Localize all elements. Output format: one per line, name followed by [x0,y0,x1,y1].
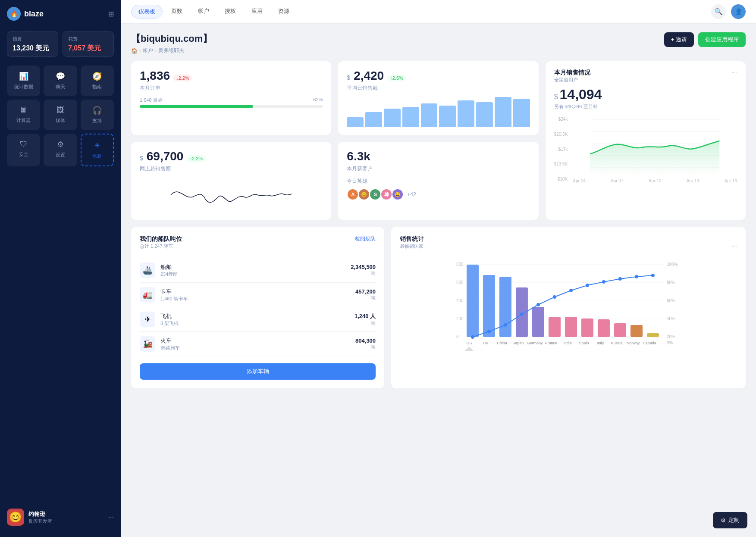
nav-label-chat: 聊天 [56,84,65,90]
sidebar-settings-icon[interactable]: ⊞ [108,10,114,18]
tab-accounts[interactable]: 帐户 [191,5,216,19]
svg-point-36 [520,312,524,316]
fleet-card: 我们的船队吨位 总计 1,247 辆车 检阅舰队 🚢 船舶 234艘船 2,34… [131,227,384,388]
add-vehicle-button[interactable]: 添加车辆 [140,363,376,380]
sales-stat-more-btn[interactable]: ··· [731,235,737,256]
sales-chart-svg: 800 600 400 200 0 100% 80% [400,258,737,353]
svg-rect-28 [581,318,593,337]
bar-1 [347,117,364,127]
svg-text:400: 400 [456,298,464,303]
nav-item-guide[interactable]: 🧭 指南 [81,66,114,96]
fleet-item-ship: 🚢 船舶 234艘船 2,345,500 吨 [140,258,376,283]
fleet-subtitle: 总计 1,247 辆车 [140,243,182,250]
svg-text:UK: UK [483,341,489,345]
nav-item-stats[interactable]: 📊 统计数据 [7,66,40,96]
nav-label-calculator: 计算器 [16,117,31,124]
svg-text:600: 600 [456,280,464,285]
svg-text:Norway: Norway [627,341,640,345]
x-label-4: Apr 13 [687,178,699,183]
train-icon: 🚂 [140,336,155,352]
tab-apps[interactable]: 应用 [245,5,270,19]
fleet-title: 我们的船队吨位 [140,235,182,243]
tab-pages[interactable]: 页数 [164,5,189,19]
budget-value: 13,230 美元 [13,44,53,52]
nav-item-media[interactable]: 🖼 媒体 [44,100,77,130]
tab-dashboard[interactable]: 仪表板 [131,5,163,19]
fleet-name-plane: 飞机 [160,312,349,320]
svg-rect-23 [499,277,511,337]
main: 仪表板 页数 帐户 授权 应用 资源 🔍 👤 【biqubiqu.com】 🏠 … [121,0,756,537]
svg-text:60%: 60% [667,298,675,303]
total-sales-svg [140,178,323,212]
x-label-2: Apr 07 [611,178,623,183]
fleet-unit-ship: 吨 [351,270,376,277]
monthly-x-labels: Apr 04 Apr 07 Apr 10 Apr 13 Apr 16 [573,178,737,183]
tab-resources[interactable]: 资源 [271,5,296,19]
search-button[interactable]: 🔍 [711,4,726,19]
fleet-unit-plane: 吨 [354,320,376,327]
fleet-value-truck: 457,200 吨 [355,288,376,301]
orders-progress-label: 1,048 目标 [140,97,163,103]
total-sales-card: $ 69,700 ↑2.2% 网上总销售额 [131,142,331,220]
security-icon: 🛡 [20,140,28,149]
bar-4 [402,107,419,127]
logo-text: blaze [24,9,44,19]
nav-label-support: 支持 [92,118,102,124]
nav-label-stats: 统计数据 [14,84,33,90]
page-title: 【biqubiqu.com】 [131,32,212,45]
nav-item-security[interactable]: 🛡 安全 [7,134,40,166]
nav-label-guide: 指南 [92,84,102,90]
nav-item-settings[interactable]: ⚙ 设置 [44,134,77,166]
nav-item-chat[interactable]: 💬 聊天 [44,66,77,96]
svg-text:Spain: Spain [579,341,589,345]
y-label-4: $13.5K [554,162,568,166]
nav-label-media: 媒体 [56,117,65,124]
fleet-link[interactable]: 检阅舰队 [355,235,376,243]
fleet-item-train: 🚂 火车 36路列车 804,300 吨 [140,332,376,356]
user-more-icon[interactable]: ⋯ [108,514,114,521]
heroes-count: +42 [407,191,416,197]
svg-rect-32 [647,333,659,337]
svg-point-35 [504,323,507,327]
monthly-value: 14,094 [560,87,602,103]
svg-text:Japan: Japan [513,341,524,345]
budget-card: 预算 13,230 美元 [7,31,58,57]
customize-button[interactable]: ⚙ 定制 [713,512,747,528]
invite-button[interactable]: + 邀请 [664,32,694,47]
svg-rect-27 [565,317,577,337]
plane-icon: ✈ [140,312,155,327]
fleet-name-train: 火车 [160,337,350,345]
fleet-info-ship: 船舶 234艘船 [160,263,345,278]
nav-item-addnew[interactable]: + 添新 [81,134,114,166]
expense-label: 花费 [68,36,108,42]
nav-label-settings: 设置 [56,152,65,158]
orders-card: 1,836 ↓2.2% 本月订单 1,048 目标 62% [131,61,331,135]
monthly-subtitle: 全渠道用户 [554,77,590,83]
fleet-count-plane: 8 架飞机 [160,320,349,327]
svg-point-37 [536,303,540,306]
x-label-1: Apr 04 [573,178,585,183]
chat-icon: 💬 [56,72,65,81]
nav-item-support[interactable]: 🎧 支持 [81,100,114,130]
monthly-y-labels: $24k $20.5K $17k $13.5K $10K [554,115,568,183]
nav-label-addnew: 添新 [92,153,102,159]
monthly-more-btn[interactable]: ··· [731,69,737,77]
sales-stat-header: 销售统计 最畅销国家 ··· [400,235,737,256]
sidebar-header: 🔥 blaze ⊞ [7,7,114,21]
sidebar-user: 😊 约翰逊 反应开发者 ⋯ [7,504,114,530]
fleet-info-plane: 飞机 8 架飞机 [160,312,349,327]
tab-auth[interactable]: 授权 [218,5,243,19]
page-title-section: 【biqubiqu.com】 🏠 › 帐户 › 奥弗维耶夫 [131,32,212,54]
orders-progress-row: 1,048 目标 62% [140,97,323,103]
new-customers-label: 本月新客户 [347,165,530,172]
svg-text:Italy: Italy [597,341,604,345]
y-label-1: $24k [554,117,568,122]
orders-value: 1,836 [140,69,170,83]
user-avatar-button[interactable]: 👤 [731,4,746,19]
orders-progress-bar [140,105,323,108]
create-app-button[interactable]: 创建应用程序 [698,32,746,47]
nav-item-calculator[interactable]: 🖩 计算器 [7,100,40,130]
avg-sales-bars [347,97,530,127]
bar-6 [439,106,456,127]
user-name: 约翰逊 [28,510,104,518]
